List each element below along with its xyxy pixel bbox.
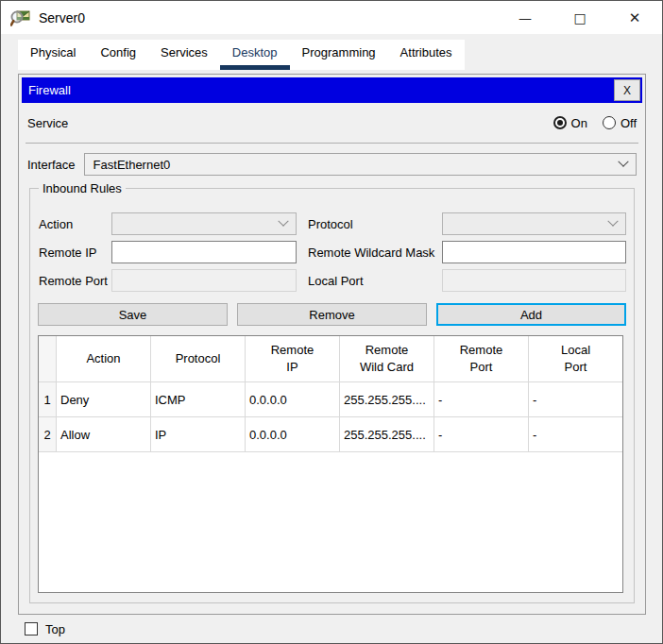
- inbound-rules-group: Inbound Rules Action Protocol Remote IP …: [29, 188, 635, 603]
- service-on-option[interactable]: On: [553, 116, 587, 130]
- tab-physical[interactable]: Physical: [18, 40, 88, 70]
- service-on-radio[interactable]: [553, 116, 567, 129]
- service-label: Service: [27, 116, 68, 130]
- tab-programming[interactable]: Programming: [290, 40, 388, 70]
- top-checkbox-label: Top: [45, 622, 65, 636]
- header-local-port: Local Port: [528, 336, 622, 381]
- firewall-app-title: Firewall: [28, 83, 71, 97]
- firewall-close-button[interactable]: X: [614, 79, 640, 101]
- tab-attributes[interactable]: Attributes: [388, 40, 465, 70]
- cell-remote-ip[interactable]: 0.0.0.0: [245, 417, 339, 451]
- cell-local-port[interactable]: -: [528, 417, 622, 451]
- cell-action[interactable]: Allow: [56, 417, 150, 451]
- interface-row: Interface FastEthernet0: [19, 144, 645, 185]
- header-remote-ip: Remote IP: [245, 336, 339, 381]
- ports-row: Remote Port Local Port: [38, 266, 626, 295]
- remote-ip-row: Remote IP Remote Wildcard Mask: [38, 238, 626, 266]
- minimize-button[interactable]: —: [498, 1, 552, 34]
- tab-desktop[interactable]: Desktop: [220, 40, 290, 70]
- packet-tracer-app-icon: [10, 8, 31, 27]
- header-action: Action: [56, 336, 150, 381]
- table-header-row: Action Protocol Remote IP Remote Wild Ca…: [39, 336, 622, 381]
- chevron-down-icon: [278, 216, 288, 227]
- firewall-app-header: Firewall X: [22, 77, 642, 103]
- add-button[interactable]: Add: [436, 303, 626, 326]
- table-row[interactable]: 1 Deny ICMP 0.0.0.0 255.255.255.... - -: [39, 381, 622, 416]
- cell-remote-wildcard[interactable]: 255.255.255....: [339, 417, 434, 451]
- local-port-label: Local Port: [300, 274, 438, 288]
- service-off-radio[interactable]: [603, 116, 616, 129]
- row-number: 1: [39, 382, 56, 416]
- desktop-panel: Firewall X Service On Off Interface F: [18, 74, 646, 615]
- remote-wildcard-input[interactable]: [442, 241, 626, 263]
- rules-table: Action Protocol Remote IP Remote Wild Ca…: [38, 335, 623, 593]
- interface-select[interactable]: FastEthernet0: [84, 153, 637, 176]
- protocol-label: Protocol: [300, 217, 438, 231]
- remote-ip-input[interactable]: [111, 241, 297, 263]
- title-bar: Server0 — □ ✕: [1, 1, 662, 34]
- local-port-input: [442, 269, 626, 292]
- window-controls: — □ ✕: [498, 1, 662, 34]
- cell-action[interactable]: Deny: [56, 382, 150, 416]
- remote-port-label: Remote Port: [38, 274, 108, 288]
- close-window-button[interactable]: ✕: [607, 1, 662, 34]
- table-empty-area: [39, 451, 622, 592]
- table-row[interactable]: 2 Allow IP 0.0.0.0 255.255.255.... - -: [39, 416, 622, 451]
- remove-button[interactable]: Remove: [237, 303, 427, 326]
- service-off-label: Off: [620, 116, 637, 130]
- interface-label: Interface: [27, 158, 76, 172]
- service-on-label: On: [571, 116, 587, 130]
- tab-services[interactable]: Services: [148, 40, 220, 70]
- service-row: Service On Off: [19, 103, 645, 143]
- remote-wildcard-label: Remote Wildcard Mask: [300, 246, 438, 260]
- header-rownum: [39, 336, 56, 381]
- action-select[interactable]: [111, 212, 297, 235]
- row-number: 2: [39, 417, 56, 451]
- header-protocol: Protocol: [150, 336, 245, 381]
- header-remote-wildcard: Remote Wild Card: [339, 336, 434, 381]
- service-radio-group: On Off: [553, 116, 637, 130]
- tab-config[interactable]: Config: [88, 40, 148, 70]
- remote-ip-label: Remote IP: [38, 246, 108, 260]
- remote-port-input: [111, 269, 297, 292]
- inbound-rules-legend: Inbound Rules: [39, 181, 126, 195]
- chevron-down-icon: [607, 216, 618, 227]
- cell-remote-port[interactable]: -: [434, 417, 528, 451]
- cell-protocol[interactable]: ICMP: [150, 382, 245, 416]
- maximize-button[interactable]: □: [552, 1, 607, 34]
- tab-bar: Physical Config Services Desktop Program…: [1, 40, 662, 70]
- device-window: Server0 — □ ✕ Physical Config Services D…: [0, 0, 663, 644]
- interface-selected-value: FastEthernet0: [94, 158, 171, 172]
- footer-bar: Top: [1, 615, 662, 643]
- chevron-down-icon: [618, 157, 628, 167]
- service-off-option[interactable]: Off: [603, 116, 637, 130]
- cell-local-port[interactable]: -: [528, 382, 622, 416]
- action-protocol-row: Action Protocol: [38, 210, 626, 238]
- cell-protocol[interactable]: IP: [150, 417, 245, 451]
- header-remote-port: Remote Port: [434, 336, 528, 381]
- cell-remote-port[interactable]: -: [434, 382, 528, 416]
- save-button[interactable]: Save: [38, 303, 228, 326]
- window-title: Server0: [39, 10, 85, 25]
- protocol-select[interactable]: [442, 212, 626, 235]
- top-checkbox[interactable]: [25, 622, 38, 636]
- cell-remote-ip[interactable]: 0.0.0.0: [245, 382, 339, 416]
- action-label: Action: [38, 217, 108, 231]
- rule-buttons-row: Save Remove Add: [38, 303, 626, 326]
- cell-remote-wildcard[interactable]: 255.255.255....: [339, 382, 434, 416]
